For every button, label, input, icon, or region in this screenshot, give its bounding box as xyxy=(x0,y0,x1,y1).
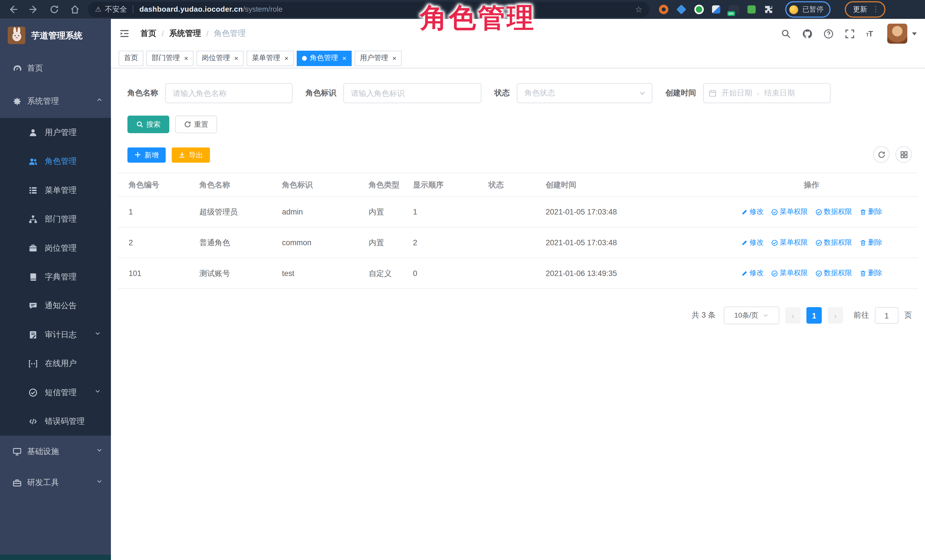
bookmark-star-icon[interactable]: ☆ xyxy=(635,5,643,14)
action-删除[interactable]: 删除 xyxy=(859,268,882,278)
active-tab-dot xyxy=(302,56,307,61)
page-size-select[interactable]: 10条/页 xyxy=(724,306,779,324)
tab-label: 角色管理 xyxy=(310,53,338,63)
action-数据权限[interactable]: 数据权限 xyxy=(815,237,852,248)
refresh-table-button[interactable] xyxy=(873,146,890,163)
sidebar-item-label: 系统管理 xyxy=(27,96,59,107)
github-icon[interactable] xyxy=(802,29,812,39)
close-icon[interactable]: × xyxy=(392,54,396,62)
reset-button[interactable]: 重置 xyxy=(175,116,217,133)
action-label: 菜单权限 xyxy=(780,237,808,248)
action-label: 删除 xyxy=(868,207,882,217)
sidebar-item-菜单管理[interactable]: 菜单管理 xyxy=(0,176,111,204)
breadcrumb-separator: / xyxy=(162,29,164,38)
home-icon[interactable] xyxy=(70,5,80,14)
fullscreen-icon[interactable] xyxy=(845,29,855,39)
tab-首页[interactable]: 首页 xyxy=(119,50,143,66)
sidebar-item-审计日志[interactable]: 审计日志 xyxy=(0,320,111,349)
cell-key: admin xyxy=(282,207,369,216)
action-数据权限[interactable]: 数据权限 xyxy=(815,207,852,217)
close-icon[interactable]: × xyxy=(184,54,188,62)
user-icon xyxy=(28,128,38,137)
extension-duo-icon[interactable] xyxy=(712,5,720,14)
column-settings-button[interactable] xyxy=(896,146,912,163)
tab-菜单管理[interactable]: 菜单管理× xyxy=(247,50,294,66)
font-size-icon[interactable]: TT xyxy=(866,29,876,39)
sidebar-item-错误码管理[interactable]: 错误码管理 xyxy=(0,407,111,435)
column-header-显示顺序: 显示顺序 xyxy=(413,179,488,190)
extension-green-circle-icon[interactable] xyxy=(695,5,704,14)
plus-icon xyxy=(134,152,142,159)
tab-部门管理[interactable]: 部门管理× xyxy=(146,50,194,66)
sidebar-item-通知公告[interactable]: 通知公告 xyxy=(0,291,111,320)
extension-on-badge-icon[interactable] xyxy=(729,5,739,14)
sidebar-item-label: 基础设施 xyxy=(27,446,59,456)
goto-page-input[interactable] xyxy=(875,307,898,324)
breadcrumb-item-首页[interactable]: 首页 xyxy=(140,28,157,39)
sidebar-collapse-icon[interactable] xyxy=(119,28,130,39)
sidebar-item-在线用户[interactable]: 在线用户 xyxy=(0,349,111,378)
table-row: 2普通角色common内置22021-01-05 17:03:48修改菜单权限数… xyxy=(118,228,918,258)
screenshot-root: ⚠ 不安全 dashboard.yudao.iocoder.cn /system… xyxy=(0,0,925,560)
sidebar-item-短信管理[interactable]: 短信管理 xyxy=(0,378,111,407)
sidebar-item-用户管理[interactable]: 用户管理 xyxy=(0,118,111,147)
sidebar-item-角色管理[interactable]: 角色管理 xyxy=(0,147,111,176)
sidebar-item-首页[interactable]: 首页 xyxy=(0,52,111,85)
table-toolbar: 新增 导出 xyxy=(127,147,925,163)
action-删除[interactable]: 删除 xyxy=(859,207,882,217)
sidebar-item-部门管理[interactable]: 部门管理 xyxy=(0,204,111,233)
close-icon[interactable]: × xyxy=(285,54,289,62)
sidebar-item-研发工具[interactable]: 研发工具 xyxy=(0,467,111,498)
action-删除[interactable]: 删除 xyxy=(859,237,882,248)
sidebar-item-系统管理[interactable]: 系统管理 xyxy=(0,85,111,118)
action-修改[interactable]: 修改 xyxy=(741,207,764,217)
sidebar-item-字典管理[interactable]: 字典管理 xyxy=(0,262,111,291)
action-菜单权限[interactable]: 菜单权限 xyxy=(771,207,808,217)
search-button[interactable]: 搜索 xyxy=(127,116,169,133)
action-label: 数据权限 xyxy=(824,268,852,278)
page-unit-label: 页 xyxy=(904,310,912,321)
extensions-row: 已暂停 更新 ⋮ xyxy=(659,1,890,18)
export-button[interactable]: 导出 xyxy=(172,147,210,163)
app-logo-row[interactable]: 芋道管理系统 xyxy=(0,19,111,52)
back-icon[interactable] xyxy=(8,5,18,14)
browser-menu-kebab-icon[interactable]: ⋮ xyxy=(872,6,880,12)
sidebar-item-基础设施[interactable]: 基础设施 xyxy=(0,435,111,467)
tab-岗位管理[interactable]: 岗位管理× xyxy=(196,50,244,66)
action-数据权限[interactable]: 数据权限 xyxy=(815,268,852,278)
tab-用户管理[interactable]: 用户管理× xyxy=(355,50,402,66)
action-修改[interactable]: 修改 xyxy=(741,268,764,278)
prev-page-button[interactable]: ‹ xyxy=(785,307,801,324)
next-page-button[interactable]: › xyxy=(828,307,843,324)
action-菜单权限[interactable]: 菜单权限 xyxy=(771,237,808,248)
help-icon[interactable] xyxy=(824,29,833,39)
address-bar[interactable]: ⚠ 不安全 dashboard.yudao.iocoder.cn /system… xyxy=(88,2,649,17)
extension-orange-icon[interactable] xyxy=(659,5,669,14)
sidebar-item-岗位管理[interactable]: 岗位管理 xyxy=(0,234,111,262)
tab-label: 菜单管理 xyxy=(252,53,280,63)
extensions-puzzle-icon[interactable] xyxy=(764,5,773,14)
edit-icon xyxy=(741,209,748,216)
browser-update-button[interactable]: 更新 ⋮ xyxy=(845,1,886,18)
create-time-range-picker[interactable]: 开始日期 - 结束日期 xyxy=(703,83,831,103)
column-header-创建时间: 创建时间 xyxy=(545,179,705,190)
close-icon[interactable]: × xyxy=(342,54,346,62)
extension-green-bot-icon[interactable] xyxy=(747,5,756,14)
close-icon[interactable]: × xyxy=(234,54,239,62)
forward-icon[interactable] xyxy=(29,5,38,14)
user-avatar-menu[interactable] xyxy=(887,24,917,44)
sidebar-item-label: 角色管理 xyxy=(45,156,77,166)
role-key-input[interactable] xyxy=(343,83,481,103)
extension-gem-icon[interactable] xyxy=(676,5,686,15)
role-name-input[interactable] xyxy=(165,83,292,103)
reload-icon[interactable] xyxy=(50,5,59,14)
tab-角色管理[interactable]: 角色管理× xyxy=(297,50,351,66)
action-菜单权限[interactable]: 菜单权限 xyxy=(771,268,808,278)
page-1-button[interactable]: 1 xyxy=(806,307,822,324)
status-select[interactable]: 角色状态 xyxy=(517,83,652,103)
profile-paused-pill[interactable]: 已暂停 xyxy=(785,1,831,18)
breadcrumb-item-系统管理[interactable]: 系统管理 xyxy=(169,28,201,39)
search-icon[interactable] xyxy=(781,29,791,39)
action-修改[interactable]: 修改 xyxy=(741,237,764,248)
add-button[interactable]: 新增 xyxy=(127,147,166,163)
